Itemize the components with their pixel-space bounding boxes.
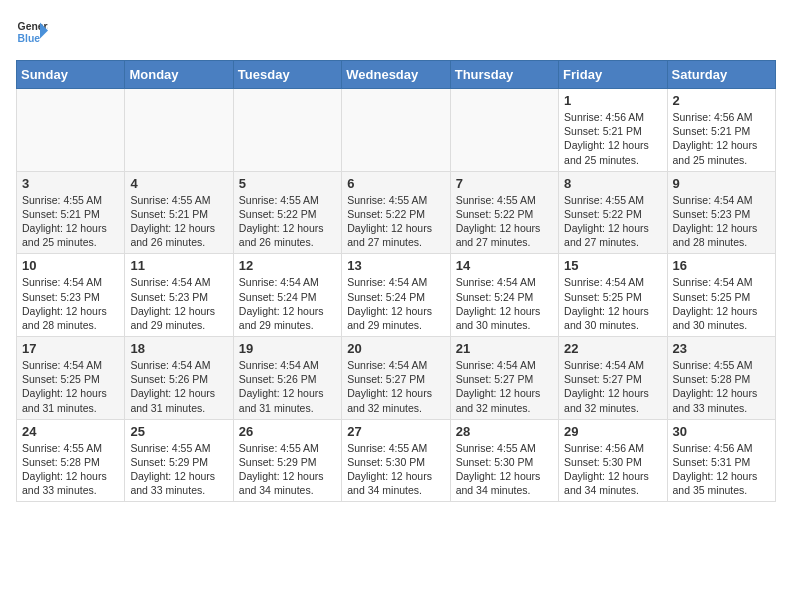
calendar-cell: 9Sunrise: 4:54 AM Sunset: 5:23 PM Daylig… [667, 171, 775, 254]
logo: General Blue [16, 16, 48, 48]
day-info: Sunrise: 4:56 AM Sunset: 5:30 PM Dayligh… [564, 441, 661, 498]
calendar-cell: 3Sunrise: 4:55 AM Sunset: 5:21 PM Daylig… [17, 171, 125, 254]
calendar-cell: 7Sunrise: 4:55 AM Sunset: 5:22 PM Daylig… [450, 171, 558, 254]
week-row-2: 3Sunrise: 4:55 AM Sunset: 5:21 PM Daylig… [17, 171, 776, 254]
day-info: Sunrise: 4:54 AM Sunset: 5:24 PM Dayligh… [239, 275, 336, 332]
day-number: 16 [673, 258, 770, 273]
calendar-cell [125, 89, 233, 172]
day-number: 15 [564, 258, 661, 273]
calendar-cell: 6Sunrise: 4:55 AM Sunset: 5:22 PM Daylig… [342, 171, 450, 254]
day-info: Sunrise: 4:56 AM Sunset: 5:21 PM Dayligh… [673, 110, 770, 167]
day-header-saturday: Saturday [667, 61, 775, 89]
calendar-cell [233, 89, 341, 172]
day-number: 6 [347, 176, 444, 191]
day-info: Sunrise: 4:54 AM Sunset: 5:26 PM Dayligh… [239, 358, 336, 415]
calendar-cell [342, 89, 450, 172]
days-of-week-row: SundayMondayTuesdayWednesdayThursdayFrid… [17, 61, 776, 89]
calendar-cell: 12Sunrise: 4:54 AM Sunset: 5:24 PM Dayli… [233, 254, 341, 337]
week-row-5: 24Sunrise: 4:55 AM Sunset: 5:28 PM Dayli… [17, 419, 776, 502]
day-number: 24 [22, 424, 119, 439]
day-info: Sunrise: 4:54 AM Sunset: 5:25 PM Dayligh… [564, 275, 661, 332]
calendar-cell: 11Sunrise: 4:54 AM Sunset: 5:23 PM Dayli… [125, 254, 233, 337]
day-number: 19 [239, 341, 336, 356]
day-number: 5 [239, 176, 336, 191]
day-number: 7 [456, 176, 553, 191]
calendar-cell: 24Sunrise: 4:55 AM Sunset: 5:28 PM Dayli… [17, 419, 125, 502]
day-info: Sunrise: 4:55 AM Sunset: 5:28 PM Dayligh… [673, 358, 770, 415]
calendar-cell: 25Sunrise: 4:55 AM Sunset: 5:29 PM Dayli… [125, 419, 233, 502]
day-number: 27 [347, 424, 444, 439]
calendar-cell: 19Sunrise: 4:54 AM Sunset: 5:26 PM Dayli… [233, 337, 341, 420]
day-number: 26 [239, 424, 336, 439]
day-header-sunday: Sunday [17, 61, 125, 89]
calendar-cell: 10Sunrise: 4:54 AM Sunset: 5:23 PM Dayli… [17, 254, 125, 337]
day-info: Sunrise: 4:54 AM Sunset: 5:27 PM Dayligh… [347, 358, 444, 415]
calendar-table: SundayMondayTuesdayWednesdayThursdayFrid… [16, 60, 776, 502]
calendar-cell: 14Sunrise: 4:54 AM Sunset: 5:24 PM Dayli… [450, 254, 558, 337]
day-number: 9 [673, 176, 770, 191]
calendar-cell: 17Sunrise: 4:54 AM Sunset: 5:25 PM Dayli… [17, 337, 125, 420]
calendar-cell: 16Sunrise: 4:54 AM Sunset: 5:25 PM Dayli… [667, 254, 775, 337]
day-info: Sunrise: 4:55 AM Sunset: 5:29 PM Dayligh… [239, 441, 336, 498]
logo-icon: General Blue [16, 16, 48, 48]
day-number: 2 [673, 93, 770, 108]
day-info: Sunrise: 4:55 AM Sunset: 5:30 PM Dayligh… [456, 441, 553, 498]
day-info: Sunrise: 4:56 AM Sunset: 5:31 PM Dayligh… [673, 441, 770, 498]
calendar-cell: 13Sunrise: 4:54 AM Sunset: 5:24 PM Dayli… [342, 254, 450, 337]
calendar-cell: 27Sunrise: 4:55 AM Sunset: 5:30 PM Dayli… [342, 419, 450, 502]
calendar-cell: 30Sunrise: 4:56 AM Sunset: 5:31 PM Dayli… [667, 419, 775, 502]
day-info: Sunrise: 4:54 AM Sunset: 5:24 PM Dayligh… [347, 275, 444, 332]
day-number: 4 [130, 176, 227, 191]
calendar-cell: 5Sunrise: 4:55 AM Sunset: 5:22 PM Daylig… [233, 171, 341, 254]
day-number: 13 [347, 258, 444, 273]
day-number: 18 [130, 341, 227, 356]
day-number: 30 [673, 424, 770, 439]
day-number: 8 [564, 176, 661, 191]
calendar-cell: 2Sunrise: 4:56 AM Sunset: 5:21 PM Daylig… [667, 89, 775, 172]
day-info: Sunrise: 4:55 AM Sunset: 5:21 PM Dayligh… [130, 193, 227, 250]
calendar-cell: 1Sunrise: 4:56 AM Sunset: 5:21 PM Daylig… [559, 89, 667, 172]
day-info: Sunrise: 4:55 AM Sunset: 5:22 PM Dayligh… [456, 193, 553, 250]
day-info: Sunrise: 4:54 AM Sunset: 5:23 PM Dayligh… [22, 275, 119, 332]
day-header-thursday: Thursday [450, 61, 558, 89]
calendar-cell: 18Sunrise: 4:54 AM Sunset: 5:26 PM Dayli… [125, 337, 233, 420]
day-number: 10 [22, 258, 119, 273]
day-header-tuesday: Tuesday [233, 61, 341, 89]
day-info: Sunrise: 4:55 AM Sunset: 5:22 PM Dayligh… [564, 193, 661, 250]
day-number: 21 [456, 341, 553, 356]
day-info: Sunrise: 4:54 AM Sunset: 5:26 PM Dayligh… [130, 358, 227, 415]
calendar-cell [17, 89, 125, 172]
page-header: General Blue [16, 16, 776, 48]
day-info: Sunrise: 4:54 AM Sunset: 5:27 PM Dayligh… [456, 358, 553, 415]
day-info: Sunrise: 4:55 AM Sunset: 5:22 PM Dayligh… [347, 193, 444, 250]
day-info: Sunrise: 4:54 AM Sunset: 5:27 PM Dayligh… [564, 358, 661, 415]
calendar-cell: 4Sunrise: 4:55 AM Sunset: 5:21 PM Daylig… [125, 171, 233, 254]
day-number: 29 [564, 424, 661, 439]
calendar-cell: 26Sunrise: 4:55 AM Sunset: 5:29 PM Dayli… [233, 419, 341, 502]
calendar-cell: 23Sunrise: 4:55 AM Sunset: 5:28 PM Dayli… [667, 337, 775, 420]
calendar-cell: 22Sunrise: 4:54 AM Sunset: 5:27 PM Dayli… [559, 337, 667, 420]
calendar-cell: 28Sunrise: 4:55 AM Sunset: 5:30 PM Dayli… [450, 419, 558, 502]
day-number: 3 [22, 176, 119, 191]
day-number: 12 [239, 258, 336, 273]
week-row-4: 17Sunrise: 4:54 AM Sunset: 5:25 PM Dayli… [17, 337, 776, 420]
day-info: Sunrise: 4:54 AM Sunset: 5:25 PM Dayligh… [673, 275, 770, 332]
calendar-cell: 8Sunrise: 4:55 AM Sunset: 5:22 PM Daylig… [559, 171, 667, 254]
day-info: Sunrise: 4:54 AM Sunset: 5:23 PM Dayligh… [130, 275, 227, 332]
day-info: Sunrise: 4:56 AM Sunset: 5:21 PM Dayligh… [564, 110, 661, 167]
day-number: 17 [22, 341, 119, 356]
calendar-cell: 21Sunrise: 4:54 AM Sunset: 5:27 PM Dayli… [450, 337, 558, 420]
day-number: 28 [456, 424, 553, 439]
calendar-cell [450, 89, 558, 172]
day-number: 1 [564, 93, 661, 108]
week-row-3: 10Sunrise: 4:54 AM Sunset: 5:23 PM Dayli… [17, 254, 776, 337]
calendar-cell: 20Sunrise: 4:54 AM Sunset: 5:27 PM Dayli… [342, 337, 450, 420]
day-header-monday: Monday [125, 61, 233, 89]
day-info: Sunrise: 4:54 AM Sunset: 5:23 PM Dayligh… [673, 193, 770, 250]
day-info: Sunrise: 4:55 AM Sunset: 5:28 PM Dayligh… [22, 441, 119, 498]
day-info: Sunrise: 4:55 AM Sunset: 5:30 PM Dayligh… [347, 441, 444, 498]
day-header-wednesday: Wednesday [342, 61, 450, 89]
day-info: Sunrise: 4:54 AM Sunset: 5:25 PM Dayligh… [22, 358, 119, 415]
day-number: 22 [564, 341, 661, 356]
day-info: Sunrise: 4:54 AM Sunset: 5:24 PM Dayligh… [456, 275, 553, 332]
